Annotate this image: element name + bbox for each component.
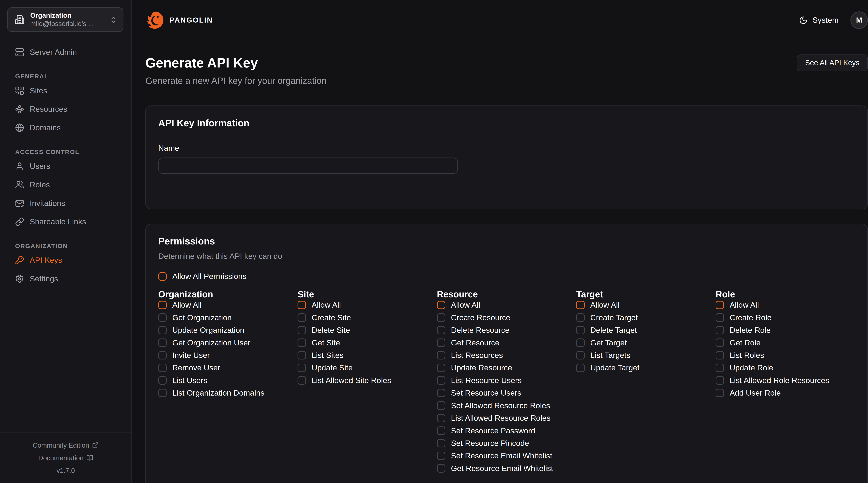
permission-checkbox-list-roles[interactable] [716, 351, 724, 360]
sidebar-item-sites[interactable]: Sites [15, 86, 116, 96]
permission-checkbox-set-resource-password[interactable] [437, 426, 445, 435]
sites-icon [15, 86, 24, 95]
permission-checkbox-list-resources[interactable] [437, 351, 445, 360]
permission-column-heading: Role [716, 288, 855, 300]
permission-checkbox-get-organization[interactable] [158, 313, 167, 322]
allow-all-permissions-checkbox[interactable] [158, 272, 167, 281]
permission-checkbox-get-resource-email-whitelist[interactable] [437, 464, 445, 473]
page-subtitle: Generate a new API key for your organiza… [145, 75, 327, 87]
permission-row: Allow All [576, 300, 716, 310]
sidebar-item-domains[interactable]: Domains [15, 123, 116, 133]
permission-label: Remove User [172, 363, 220, 372]
permission-checkbox-update-organization[interactable] [158, 326, 167, 334]
permission-checkbox-set-resource-users[interactable] [437, 389, 445, 397]
permission-label: Allow All [451, 300, 480, 310]
permission-label: List Users [172, 376, 207, 385]
permission-label: Invite User [172, 351, 210, 360]
permission-checkbox-update-resource[interactable] [437, 364, 445, 372]
permission-row: Get Organization [158, 313, 298, 322]
permission-checkbox-allow-all[interactable] [437, 301, 445, 309]
sidebar-item-api-keys[interactable]: API Keys [15, 255, 116, 265]
permission-label: Create Resource [451, 313, 510, 322]
permission-label: List Organization Domains [172, 388, 265, 397]
user-icon [15, 162, 24, 171]
permission-checkbox-list-allowed-resource-roles[interactable] [437, 414, 445, 422]
permission-checkbox-allow-all[interactable] [298, 301, 306, 309]
sidebar-item-server-admin[interactable]: Server Admin [15, 47, 116, 57]
permission-checkbox-list-organization-domains[interactable] [158, 389, 167, 397]
permission-checkbox-set-allowed-resource-roles[interactable] [437, 401, 445, 410]
permission-checkbox-get-role[interactable] [716, 339, 724, 347]
permission-checkbox-list-allowed-role-resources[interactable] [716, 376, 724, 385]
permission-checkbox-create-target[interactable] [576, 313, 585, 322]
permission-checkbox-get-organization-user[interactable] [158, 339, 167, 347]
permission-checkbox-list-targets[interactable] [576, 351, 585, 360]
permission-row: Allow All [437, 300, 576, 310]
footer-link-documentation[interactable]: Documentation [38, 454, 93, 462]
permission-checkbox-delete-site[interactable] [298, 326, 306, 334]
permission-row: Remove User [158, 363, 298, 372]
permission-row: List Users [158, 376, 298, 385]
permission-checkbox-delete-target[interactable] [576, 326, 585, 334]
page-header: Generate API Key Generate a new API key … [145, 55, 868, 87]
permission-checkbox-invite-user[interactable] [158, 351, 167, 360]
permission-row: Allow All [158, 300, 298, 310]
permission-checkbox-allow-all[interactable] [716, 301, 724, 309]
permission-checkbox-list-users[interactable] [158, 376, 167, 385]
permission-checkbox-get-site[interactable] [298, 339, 306, 347]
permissions-grid: OrganizationAllow AllGet OrganizationUpd… [158, 288, 855, 483]
permission-label: List Roles [730, 351, 764, 360]
permission-checkbox-allow-all[interactable] [576, 301, 585, 309]
permission-label: Update Organization [172, 326, 244, 335]
sidebar-item-label: Invitations [30, 199, 65, 208]
permission-checkbox-remove-user[interactable] [158, 364, 167, 372]
permission-checkbox-set-resource-email-whitelist[interactable] [437, 452, 445, 460]
permission-row: Create Resource [437, 313, 576, 322]
permission-checkbox-allow-all[interactable] [158, 301, 167, 309]
permission-checkbox-add-user-role[interactable] [716, 389, 724, 397]
permission-checkbox-list-resource-users[interactable] [437, 376, 445, 385]
permission-label: Set Resource Email Whitelist [451, 451, 552, 460]
sidebar-item-resources[interactable]: Resources [15, 104, 116, 114]
sidebar-item-settings[interactable]: Settings [15, 274, 116, 284]
see-all-api-keys-button[interactable]: See All API Keys [797, 55, 868, 71]
theme-toggle[interactable]: System [799, 15, 838, 25]
permission-row: Create Site [298, 313, 437, 322]
permission-checkbox-get-resource[interactable] [437, 339, 445, 347]
sidebar-item-label: Settings [30, 274, 58, 283]
footer-link-community-edition[interactable]: Community Edition [33, 442, 99, 449]
permission-row: Get Resource Email Whitelist [437, 464, 576, 473]
permission-checkbox-delete-role[interactable] [716, 326, 724, 334]
permission-row: Delete Target [576, 326, 716, 335]
permission-label: Create Role [730, 313, 772, 322]
sidebar: Organization milo@fossorial.io's ... Ser… [0, 0, 132, 483]
api-key-information-card: API Key Information Name [145, 105, 868, 209]
external-link-icon [92, 442, 99, 449]
permission-checkbox-update-role[interactable] [716, 364, 724, 372]
permission-checkbox-set-resource-pincode[interactable] [437, 439, 445, 448]
permission-checkbox-list-allowed-site-roles[interactable] [298, 376, 306, 385]
sidebar-item-roles[interactable]: Roles [15, 180, 116, 190]
name-input[interactable] [158, 158, 458, 174]
brand-logo-link[interactable]: PANGOLIN [145, 10, 213, 30]
permission-checkbox-create-role[interactable] [716, 313, 724, 322]
permission-label: Delete Site [312, 326, 350, 335]
theme-toggle-label: System [812, 15, 839, 25]
sidebar-item-invitations[interactable]: Invitations [15, 198, 116, 208]
permission-checkbox-update-target[interactable] [576, 364, 585, 372]
sidebar-item-shareable-links[interactable]: Shareable Links [15, 217, 116, 227]
permission-row: Update Target [576, 363, 716, 372]
permission-checkbox-create-site[interactable] [298, 313, 306, 322]
permission-checkbox-get-target[interactable] [576, 339, 585, 347]
org-selector-text: Organization milo@fossorial.io's ... [30, 11, 104, 28]
permission-label: Delete Target [590, 326, 637, 335]
avatar[interactable]: M [850, 11, 868, 29]
permission-checkbox-delete-resource[interactable] [437, 326, 445, 334]
page-content: Generate API Key Generate a new API key … [132, 55, 868, 483]
allow-all-permissions-label: Allow All Permissions [172, 272, 247, 281]
permission-checkbox-update-site[interactable] [298, 364, 306, 372]
org-selector[interactable]: Organization milo@fossorial.io's ... [7, 7, 123, 32]
permission-checkbox-list-sites[interactable] [298, 351, 306, 360]
sidebar-item-users[interactable]: Users [15, 161, 116, 171]
permission-checkbox-create-resource[interactable] [437, 313, 445, 322]
